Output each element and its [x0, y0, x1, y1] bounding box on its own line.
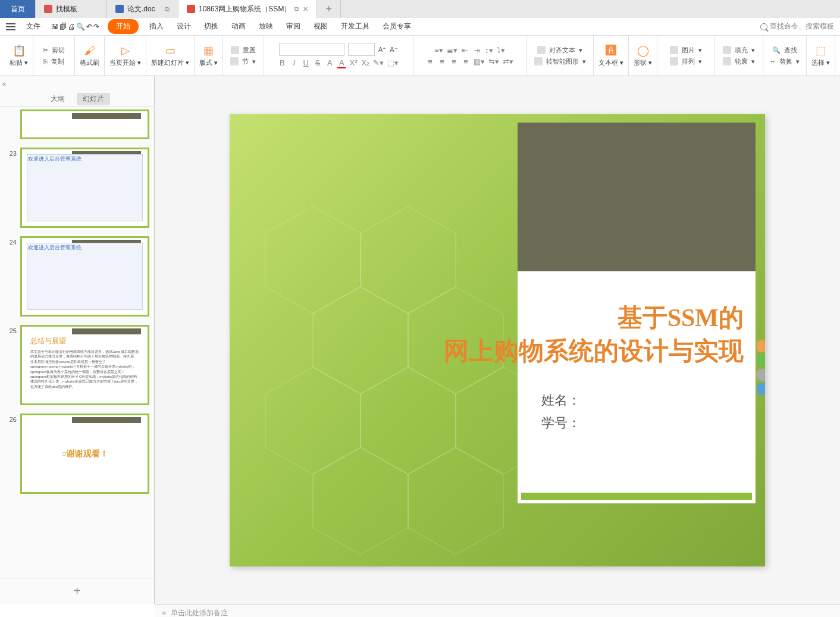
shape-button[interactable]: 形状 ▾ [634, 58, 652, 67]
align-center-button[interactable]: ≡ [438, 57, 446, 66]
menu-insert[interactable]: 插入 [147, 21, 166, 32]
brush-icon[interactable]: 🖌 [83, 44, 96, 57]
add-slide-button[interactable]: + [0, 578, 154, 604]
underline-button[interactable]: U [302, 58, 310, 68]
menu-dev[interactable]: 开发工具 [338, 21, 372, 32]
superscript-button[interactable]: X² [349, 58, 358, 68]
aligntext-button[interactable]: 对齐文本 ▾ [537, 46, 582, 55]
reset-button[interactable]: 重置 [231, 46, 256, 55]
menu-view[interactable]: 视图 [311, 21, 330, 32]
char-border-button[interactable]: ⬚▾ [387, 58, 399, 68]
highlight-button[interactable]: A [325, 58, 334, 68]
rtl-button[interactable]: ⇄▾ [503, 57, 513, 66]
font-family-select[interactable] [279, 43, 344, 56]
save-icon[interactable]: 🖫 [51, 23, 58, 31]
thumb-22[interactable] [20, 109, 149, 139]
numbering-button[interactable]: ≣▾ [447, 46, 457, 55]
layout-icon[interactable]: ▦ [202, 44, 215, 57]
thumb-24[interactable]: 欢迎进入后台管理系统 [20, 236, 149, 317]
paste-button[interactable]: 粘贴 ▾ [10, 58, 28, 67]
dup-icon[interactable]: ⧉ [165, 5, 170, 13]
bold-button[interactable]: B [278, 58, 286, 68]
menu-vip[interactable]: 会员专享 [380, 21, 413, 32]
align-left-button[interactable]: ≡ [426, 57, 434, 66]
menu-slideshow[interactable]: 放映 [256, 21, 275, 32]
italic-button[interactable]: I [290, 58, 298, 68]
dup-icon[interactable]: ⧉ [294, 5, 299, 13]
fontcolor-button[interactable]: A [337, 58, 346, 68]
thumb-23[interactable]: 欢迎进入后台管理系统 [20, 148, 149, 228]
textdir-button[interactable]: ⤵▾ [497, 46, 505, 55]
replace-button[interactable]: ↔替换 ▾ [769, 57, 800, 66]
side-btn-3[interactable] [757, 369, 765, 381]
name-field[interactable]: 姓名： [518, 368, 756, 409]
smartart-button[interactable]: 转智能图形 ▾ [534, 57, 586, 66]
saveas-icon[interactable]: 🗐 [59, 23, 67, 31]
textbox-icon[interactable]: 🅰 [604, 44, 618, 57]
select-icon[interactable]: ⬚ [814, 44, 827, 57]
side-btn-4[interactable] [757, 383, 765, 395]
tab-doc[interactable]: 论文.doc⧉ [107, 0, 178, 18]
picture-button[interactable]: 图片 ▾ [670, 46, 702, 55]
thumb-26[interactable]: ○谢谢观看！ [20, 414, 149, 494]
strike-button[interactable]: S̶ [314, 58, 322, 68]
fill-button[interactable]: 填充 ▾ [723, 46, 755, 55]
textbox-button[interactable]: 文本框 ▾ [598, 58, 623, 67]
print-icon[interactable]: 🖨 [68, 23, 75, 31]
font-grow-icon[interactable]: A⁺ [378, 46, 386, 54]
spacing-button[interactable]: ⇆▾ [488, 57, 499, 66]
undo-icon[interactable]: ↶ [86, 23, 92, 31]
outline-button[interactable]: 轮廓 ▾ [723, 57, 755, 66]
menu-transition[interactable]: 切换 [202, 21, 221, 32]
cut-button[interactable]: ✂剪切 [43, 46, 65, 55]
font-shrink-icon[interactable]: A⁻ [390, 46, 397, 54]
arrange-button[interactable]: 排列 ▾ [670, 57, 702, 66]
indent-dec-button[interactable]: ⇤ [461, 46, 469, 55]
hamburger-icon[interactable] [6, 23, 15, 30]
menu-review[interactable]: 审阅 [284, 21, 303, 32]
menu-animation[interactable]: 动画 [229, 21, 248, 32]
clear-format-button[interactable]: ✎▾ [373, 58, 384, 68]
copy-button[interactable]: ⎘复制 [43, 57, 64, 66]
collapse-button[interactable]: « [0, 76, 8, 92]
bullets-button[interactable]: ≡▾ [434, 46, 443, 55]
indent-inc-button[interactable]: ⇥ [473, 46, 481, 55]
columns-button[interactable]: ▥▾ [474, 57, 485, 66]
linespace-button[interactable]: ↕▾ [485, 46, 493, 55]
menu-design[interactable]: 设计 [174, 21, 193, 32]
paste-icon[interactable]: 📋 [12, 44, 26, 57]
side-btn-1[interactable] [757, 340, 765, 352]
shape-icon[interactable]: ◯ [637, 44, 650, 57]
id-field[interactable]: 学号： [518, 409, 756, 432]
tab-template[interactable]: 找模板 [36, 0, 107, 18]
command-search[interactable]: 查找命令、搜索模板 [760, 21, 834, 32]
find-button[interactable]: 🔍查找 [772, 46, 797, 55]
menu-start[interactable]: 开始 [108, 19, 139, 34]
tab-ppt-active[interactable]: 10863网上购物系统（SSM）⧉✕ [178, 0, 317, 18]
slide-canvas[interactable]: 基于SSM的 网上购物系统的设计与实现 姓名： 学号： [155, 76, 840, 604]
chapter-button[interactable]: 节 ▾ [230, 57, 256, 66]
menu-file[interactable]: 文件 [24, 21, 43, 32]
align-justify-button[interactable]: ≡ [462, 57, 470, 66]
tab-outline[interactable]: 大纲 [45, 93, 71, 105]
notes-pane[interactable]: ≡ 单击此处添加备注 [155, 604, 840, 617]
slide-title-2[interactable]: 网上购物系统的设计与实现 [399, 334, 756, 368]
thumbnail-list[interactable]: 23欢迎进入后台管理系统 24欢迎进入后台管理系统 25总结与展望本文基于当前比… [0, 107, 154, 578]
layout-button[interactable]: 版式 ▾ [199, 58, 218, 67]
play-icon[interactable]: ▷ [119, 44, 132, 57]
select-button[interactable]: 选择 ▾ [811, 58, 830, 67]
newslide-button[interactable]: 新建幻灯片 ▾ [151, 58, 189, 67]
slide-title-1[interactable]: 基于SSM的 [518, 271, 756, 334]
align-right-button[interactable]: ≡ [450, 57, 458, 66]
redo-icon[interactable]: ↷ [93, 23, 99, 31]
subscript-button[interactable]: X₂ [361, 58, 369, 68]
newslide-icon[interactable]: ▭ [164, 44, 177, 57]
tab-home[interactable]: 首页 [0, 0, 36, 18]
tab-slides[interactable]: 幻灯片 [77, 93, 110, 105]
thumb-25[interactable]: 总结与展望本文基于当前比较流行的电商系统为项目背景，选择Java 做后端数据的底… [20, 325, 149, 405]
font-size-select[interactable] [348, 43, 375, 56]
close-icon[interactable]: ✕ [303, 5, 308, 13]
fromcur-button[interactable]: 当页开始 ▾ [109, 58, 141, 67]
preview-icon[interactable]: 🔍 [76, 23, 85, 31]
tab-new[interactable]: + [317, 0, 341, 18]
